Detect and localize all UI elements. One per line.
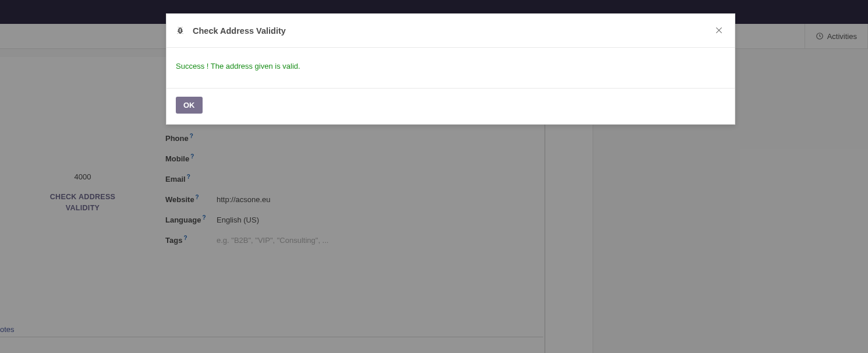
modal-body: Success ! The address given is valid. [166, 48, 735, 89]
check-address-modal: Check Address Validity Success ! The add… [166, 13, 735, 125]
ok-button[interactable]: OK [176, 97, 203, 114]
close-icon [714, 26, 724, 37]
modal-header: Check Address Validity [166, 14, 735, 48]
success-message: Success ! The address given is valid. [176, 62, 725, 70]
bug-icon [176, 26, 185, 35]
modal-title: Check Address Validity [193, 26, 286, 36]
modal-footer: OK [166, 89, 735, 124]
close-button[interactable] [710, 22, 728, 40]
